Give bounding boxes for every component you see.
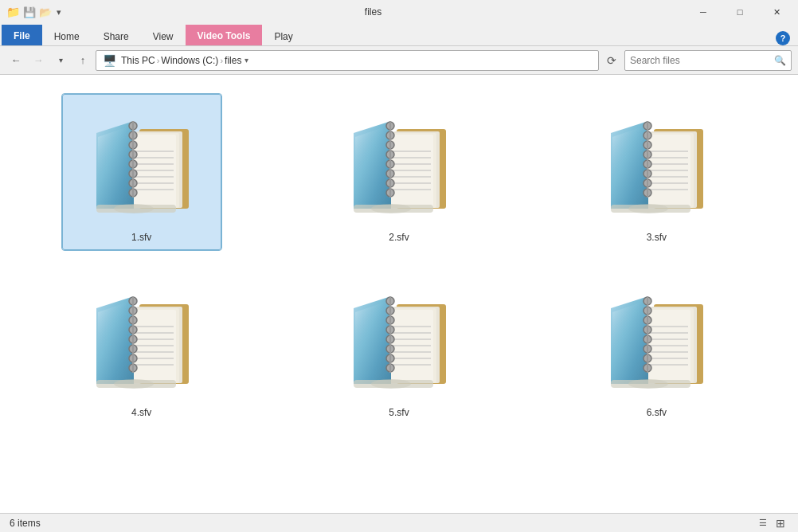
content-area: 1.sfv <box>0 75 798 513</box>
file-item-4[interactable]: 4.sfv <box>62 269 221 425</box>
svg-rect-27 <box>390 135 433 208</box>
title-bar: 📁 💾 📂 ▾ files ─ □ ✕ <box>0 0 798 24</box>
search-icon[interactable]: 🔍 <box>774 55 786 66</box>
minimize-button[interactable]: ─ <box>685 0 722 25</box>
item-count: 6 items <box>10 518 41 529</box>
help-button[interactable]: ? <box>776 31 790 45</box>
breadcrumb-windows-c[interactable]: Windows (C:) <box>161 55 218 66</box>
address-bar: ← → ▾ ↑ 🖥️ This PC › Windows (C:) › file… <box>0 46 798 75</box>
search-input[interactable] <box>630 55 771 66</box>
breadcrumb-files[interactable]: files <box>225 55 241 66</box>
main-area: 1.sfv <box>0 75 798 513</box>
svg-rect-123 <box>647 310 690 383</box>
file-item-1[interactable]: 1.sfv <box>62 94 221 250</box>
address-dropdown-arrow[interactable]: ▾ <box>244 56 248 65</box>
refresh-button[interactable]: ⟳ <box>602 51 621 70</box>
file-item-6[interactable]: 6.sfv <box>577 269 736 425</box>
window-controls[interactable]: ─ □ ✕ <box>685 0 795 25</box>
back-button[interactable]: ← <box>6 51 25 70</box>
quick-access-arrow[interactable]: ▾ <box>57 7 61 18</box>
large-icons-view-button[interactable]: ⊞ <box>773 515 788 531</box>
tab-view[interactable]: View <box>141 26 186 45</box>
file-icon-2 <box>335 101 463 229</box>
svg-rect-134 <box>611 380 690 388</box>
file-item-2[interactable]: 2.sfv <box>319 94 479 250</box>
close-button[interactable]: ✕ <box>758 0 795 25</box>
file-icon-5 <box>335 276 463 404</box>
recent-locations-button[interactable]: ▾ <box>51 51 70 70</box>
file-label-1: 1.sfv <box>131 232 151 243</box>
tab-file[interactable]: File <box>2 25 42 45</box>
file-grid: 1.sfv <box>13 88 785 432</box>
breadcrumb-this-pc[interactable]: This PC <box>121 55 155 66</box>
svg-rect-110 <box>354 380 433 388</box>
tab-share[interactable]: Share <box>92 26 141 45</box>
view-toggles[interactable]: ☰ ⊞ <box>755 515 788 531</box>
svg-rect-14 <box>96 205 176 213</box>
folder-icon: 📁 <box>6 6 20 18</box>
file-label-4: 4.sfv <box>131 407 151 418</box>
svg-rect-38 <box>354 205 433 213</box>
file-label-5: 5.sfv <box>389 407 409 418</box>
file-item-3[interactable]: 3.sfv <box>577 94 736 250</box>
file-icon-4 <box>78 276 205 404</box>
svg-rect-3 <box>133 135 176 208</box>
file-icon-3 <box>593 101 720 229</box>
breadcrumb: 🖥️ This PC › Windows (C:) › files <box>103 54 241 67</box>
ribbon-tabs: File Home Share View Video Tools Play ? <box>0 24 798 46</box>
svg-rect-99 <box>390 310 433 383</box>
window-title: files <box>65 6 682 18</box>
svg-rect-86 <box>96 380 176 388</box>
open-icon: 📂 <box>39 6 52 18</box>
maximize-button[interactable]: □ <box>722 0 758 25</box>
file-icon-1 <box>78 101 205 229</box>
file-label-2: 2.sfv <box>389 232 409 243</box>
file-item-5[interactable]: 5.sfv <box>319 269 479 425</box>
save-icon: 💾 <box>23 6 36 18</box>
file-icon-6 <box>593 276 720 404</box>
tab-play[interactable]: Play <box>262 26 304 45</box>
details-view-button[interactable]: ☰ <box>755 515 771 531</box>
status-bar: 6 items ☰ ⊞ <box>0 513 798 532</box>
svg-rect-51 <box>647 135 690 208</box>
title-bar-icons: 📁 💾 📂 ▾ <box>6 6 61 18</box>
forward-button[interactable]: → <box>29 51 48 70</box>
svg-rect-62 <box>611 205 690 213</box>
tab-home[interactable]: Home <box>42 26 92 45</box>
up-button[interactable]: ↑ <box>73 51 92 70</box>
svg-rect-75 <box>133 310 176 383</box>
address-input[interactable]: 🖥️ This PC › Windows (C:) › files ▾ <box>96 50 599 71</box>
file-label-6: 6.sfv <box>647 407 667 418</box>
file-label-3: 3.sfv <box>647 232 667 243</box>
tab-video-tools[interactable]: Video Tools <box>186 25 263 45</box>
search-box[interactable]: 🔍 <box>624 50 792 71</box>
